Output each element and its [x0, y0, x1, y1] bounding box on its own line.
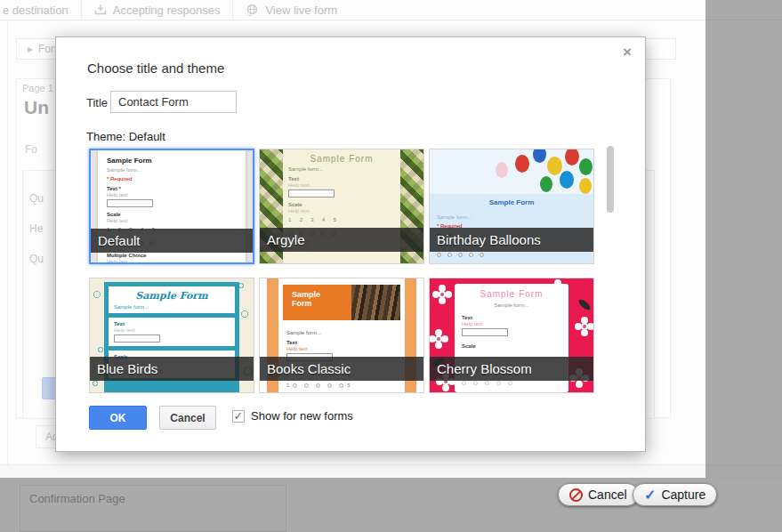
theme-name-band: Books Classic — [260, 357, 423, 381]
question-type-fragment: Qu — [29, 253, 44, 265]
theme-name-label: Books Classic — [267, 361, 351, 376]
theme-name-band: Cherry Blossom — [430, 357, 593, 381]
prohibition-icon — [569, 488, 583, 502]
page-left-border — [7, 20, 8, 478]
sample-form-title: Sample Form — [288, 154, 395, 164]
sample-form-subtitle: Sample form... — [288, 166, 395, 172]
responses-inbox-icon — [94, 4, 107, 16]
sample-scale-label: Scale — [107, 212, 237, 217]
theme-thumbnail-birthday-balloons[interactable]: Sample Form Sample form... * Required Te… — [429, 149, 594, 264]
show-for-new-forms-label: Show for new forms — [251, 409, 353, 423]
page-section-divider — [0, 464, 782, 479]
ok-button[interactable]: OK — [89, 406, 147, 430]
sample-form-title: Sample Form — [462, 289, 561, 299]
theme-name-band: Blue Birds — [90, 357, 254, 381]
accepting-responses-button[interactable]: Accepting responses — [82, 0, 233, 20]
sample-text-input — [288, 189, 335, 197]
sample-required-note: * Required — [107, 176, 237, 181]
accepting-responses-label: Accepting responses — [113, 4, 221, 17]
theme-name-label: Blue Birds — [97, 361, 157, 376]
help-text-fragment: He — [29, 222, 43, 235]
theme-thumbnail-default[interactable]: Sample Form Sample form... * Required Te… — [89, 149, 254, 264]
theme-name-label: Default — [98, 233, 141, 248]
sample-help-text: Help text — [107, 192, 237, 197]
sample-help-text: Help text — [288, 208, 395, 214]
destination-button-label: e destination — [3, 4, 69, 17]
choose-title-theme-dialog: × Choose title and theme Title Theme: De… — [55, 36, 646, 452]
capture-button[interactable]: ✓ Capture — [633, 483, 717, 506]
sample-form-subtitle: Sample form... — [114, 304, 230, 310]
form-description-fragment: Fo — [25, 143, 37, 156]
sample-help-text: Help text — [114, 327, 230, 333]
theme-name-band: Default — [91, 229, 253, 253]
theme-list-scrollbar[interactable] — [607, 146, 614, 213]
capture-cancel-label: Cancel — [588, 488, 627, 502]
theme-thumbnail-argyle[interactable]: Sample Form Sample form... Text Help tex… — [259, 149, 424, 264]
sample-text-label: Text — [286, 340, 397, 345]
flower-illustration — [439, 291, 446, 298]
books-photo — [351, 285, 400, 320]
theme-name-label: Cherry Blossom — [437, 361, 532, 376]
view-live-form-label: View live form — [265, 4, 337, 17]
sample-form-subtitle: Sample form... — [437, 214, 586, 220]
sample-form-title: Sample Form — [430, 198, 593, 206]
page-label: Page 1 — [22, 83, 53, 93]
capture-dim-overlay-right — [705, 0, 782, 478]
view-live-form-button[interactable]: View live form — [233, 0, 350, 20]
flower-illustration — [435, 335, 442, 343]
sample-form-subtitle: Sample form... — [462, 302, 561, 308]
capture-label: Capture — [661, 488, 705, 502]
show-for-new-forms-checkbox[interactable]: ✓ — [232, 410, 245, 423]
theme-status-label: Theme: Default — [86, 130, 165, 143]
sample-form-title: Sample Form — [292, 290, 326, 309]
sample-help-text: Help text — [462, 321, 561, 326]
sample-scale-row: 15 — [286, 383, 351, 388]
theme-thumbnail-cherry-blossom[interactable]: Sample Form Sample form... Text Help tex… — [429, 278, 594, 393]
screen: e destination Accepting responses View l… — [0, 0, 782, 532]
sample-form-subtitle: Sample form... — [107, 167, 237, 173]
flower-illustration — [581, 323, 588, 330]
form-menu-arrow-icon: ▸ — [28, 43, 33, 55]
sample-text-input — [462, 328, 508, 336]
sample-text-input — [114, 335, 160, 343]
theme-thumbnail-books-classic[interactable]: Sample Form Sample form... Text Help tex… — [259, 278, 424, 393]
choose-response-destination-button[interactable]: e destination — [0, 0, 81, 20]
sample-text-label: Text — [114, 321, 230, 326]
sample-scale-label: Scale — [462, 343, 561, 349]
theme-name-band: Birthday Balloons — [430, 228, 593, 252]
theme-thumbnail-blue-birds[interactable]: Sample Form Sample form... Text Help tex… — [89, 278, 254, 393]
cancel-button[interactable]: Cancel — [159, 406, 216, 430]
form-title-fragment: Un — [24, 97, 49, 118]
theme-name-label: Argyle — [267, 232, 305, 247]
top-toolbar: e destination Accepting responses View l… — [0, 0, 782, 20]
sample-text-input — [107, 199, 153, 207]
question-title-fragment: Qu — [29, 192, 44, 205]
globe-icon — [246, 4, 259, 17]
title-input[interactable] — [110, 91, 237, 113]
sample-help-text: Help text — [107, 218, 237, 223]
sample-help-text: Help text — [107, 259, 237, 262]
theme-name-band: Argyle — [260, 228, 423, 252]
sample-help-text: Help text — [286, 346, 397, 351]
sample-scale-label: Scale — [288, 202, 395, 207]
sample-text-label: Text * — [107, 186, 237, 191]
books-header: Sample Form — [283, 285, 400, 320]
sample-help-text: Help text — [288, 182, 395, 188]
dialog-title: Choose title and theme — [87, 60, 224, 76]
sample-multiple-choice-label: Multiple Choice — [107, 253, 237, 258]
sample-form-title: Sample Form — [107, 157, 237, 165]
balloons-illustration — [430, 149, 593, 194]
sample-scale-numbers: 1 2 3 4 5 — [288, 217, 395, 222]
sample-text-label: Text — [288, 176, 395, 181]
sample-form-subtitle: Sample form... — [286, 330, 397, 335]
theme-name-label: Birthday Balloons — [437, 232, 541, 247]
capture-cancel-button[interactable]: Cancel — [558, 483, 639, 506]
checkmark-icon: ✓ — [644, 487, 656, 504]
leaf-illustration — [577, 298, 593, 312]
sample-text-label: Text — [462, 315, 561, 320]
close-icon[interactable]: × — [619, 44, 635, 60]
sample-form-title: Sample Form — [114, 290, 230, 302]
title-field-label: Title — [86, 96, 108, 109]
